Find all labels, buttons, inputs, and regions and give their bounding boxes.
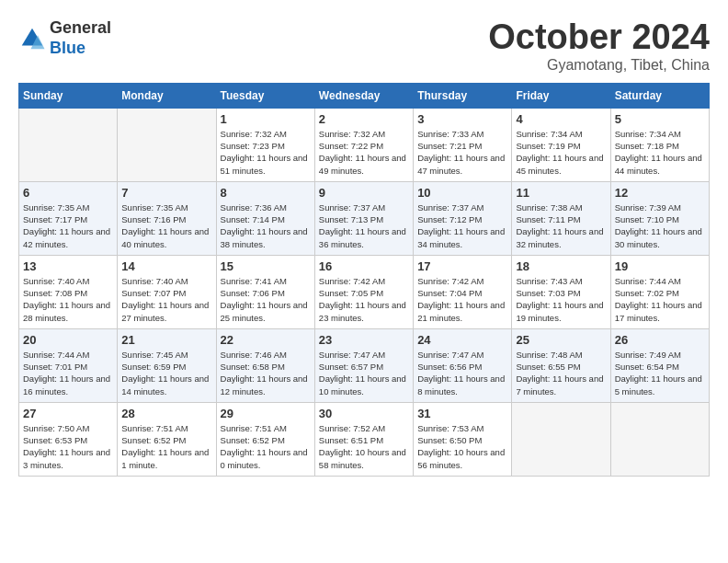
- calendar-cell: 17Sunrise: 7:42 AMSunset: 7:04 PMDayligh…: [414, 255, 512, 328]
- calendar-cell: 26Sunrise: 7:49 AMSunset: 6:54 PMDayligh…: [610, 328, 709, 402]
- day-number: 7: [121, 186, 211, 200]
- weekday-header-wednesday: Wednesday: [314, 83, 413, 108]
- day-detail: Sunrise: 7:44 AMSunset: 7:01 PMDaylight:…: [23, 349, 113, 397]
- calendar-cell: 25Sunrise: 7:48 AMSunset: 6:55 PMDayligh…: [512, 328, 610, 402]
- day-number: 28: [121, 407, 211, 420]
- calendar-cell: [512, 402, 610, 476]
- weekday-header-row: SundayMondayTuesdayWednesdayThursdayFrid…: [19, 83, 710, 108]
- calendar-cell: 28Sunrise: 7:51 AMSunset: 6:52 PMDayligh…: [118, 402, 216, 476]
- calendar-cell: [19, 108, 118, 181]
- day-detail: Sunrise: 7:43 AMSunset: 7:03 PMDaylight:…: [516, 275, 606, 324]
- day-detail: Sunrise: 7:32 AMSunset: 7:23 PMDaylight:…: [221, 128, 311, 177]
- calendar-cell: 15Sunrise: 7:41 AMSunset: 7:06 PMDayligh…: [216, 255, 314, 328]
- logo-general-text: General: [50, 18, 111, 39]
- day-detail: Sunrise: 7:47 AMSunset: 6:56 PMDaylight:…: [417, 349, 507, 397]
- day-detail: Sunrise: 7:40 AMSunset: 7:08 PMDaylight:…: [23, 275, 113, 324]
- month-title: October 2024: [488, 18, 710, 57]
- day-detail: Sunrise: 7:37 AMSunset: 7:12 PMDaylight:…: [417, 201, 507, 250]
- day-number: 30: [319, 407, 409, 420]
- day-number: 5: [615, 112, 705, 126]
- calendar-cell: 8Sunrise: 7:36 AMSunset: 7:14 PMDaylight…: [216, 181, 314, 255]
- calendar-cell: 29Sunrise: 7:51 AMSunset: 6:52 PMDayligh…: [216, 402, 314, 476]
- calendar-cell: 18Sunrise: 7:43 AMSunset: 7:03 PMDayligh…: [512, 255, 610, 328]
- day-number: 11: [516, 186, 606, 200]
- day-detail: Sunrise: 7:48 AMSunset: 6:55 PMDaylight:…: [516, 349, 606, 397]
- day-detail: Sunrise: 7:44 AMSunset: 7:02 PMDaylight:…: [615, 275, 705, 324]
- calendar-cell: 27Sunrise: 7:50 AMSunset: 6:53 PMDayligh…: [19, 402, 118, 476]
- day-number: 24: [417, 333, 507, 347]
- page-header: General Blue October 2024 Gyamotang, Tib…: [18, 18, 710, 74]
- day-number: 14: [121, 259, 211, 273]
- day-number: 26: [615, 333, 705, 347]
- day-detail: Sunrise: 7:46 AMSunset: 6:58 PMDaylight:…: [221, 349, 311, 397]
- calendar-week-row: 6Sunrise: 7:35 AMSunset: 7:17 PMDaylight…: [19, 181, 710, 255]
- day-detail: Sunrise: 7:35 AMSunset: 7:16 PMDaylight:…: [121, 201, 211, 250]
- weekday-header-tuesday: Tuesday: [216, 83, 314, 108]
- day-number: 3: [417, 112, 507, 126]
- calendar-cell: 2Sunrise: 7:32 AMSunset: 7:22 PMDaylight…: [314, 108, 413, 181]
- calendar-cell: 20Sunrise: 7:44 AMSunset: 7:01 PMDayligh…: [19, 328, 118, 402]
- calendar-cell: 7Sunrise: 7:35 AMSunset: 7:16 PMDaylight…: [118, 181, 216, 255]
- location-subtitle: Gyamotang, Tibet, China: [488, 57, 710, 74]
- calendar-cell: 4Sunrise: 7:34 AMSunset: 7:19 PMDaylight…: [512, 108, 610, 181]
- calendar-cell: 14Sunrise: 7:40 AMSunset: 7:07 PMDayligh…: [118, 255, 216, 328]
- day-detail: Sunrise: 7:51 AMSunset: 6:52 PMDaylight:…: [221, 422, 311, 471]
- day-detail: Sunrise: 7:53 AMSunset: 6:50 PMDaylight:…: [417, 422, 507, 471]
- calendar-week-row: 20Sunrise: 7:44 AMSunset: 7:01 PMDayligh…: [19, 328, 710, 402]
- calendar-table: SundayMondayTuesdayWednesdayThursdayFrid…: [18, 83, 710, 477]
- calendar-week-row: 13Sunrise: 7:40 AMSunset: 7:08 PMDayligh…: [19, 255, 710, 328]
- day-detail: Sunrise: 7:36 AMSunset: 7:14 PMDaylight:…: [221, 201, 311, 250]
- day-number: 20: [23, 333, 113, 347]
- day-number: 1: [221, 112, 311, 126]
- day-number: 12: [615, 186, 705, 200]
- day-detail: Sunrise: 7:34 AMSunset: 7:18 PMDaylight:…: [615, 128, 705, 177]
- day-detail: Sunrise: 7:42 AMSunset: 7:05 PMDaylight:…: [319, 275, 409, 324]
- day-detail: Sunrise: 7:51 AMSunset: 6:52 PMDaylight:…: [121, 422, 211, 471]
- calendar-cell: 24Sunrise: 7:47 AMSunset: 6:56 PMDayligh…: [414, 328, 512, 402]
- calendar-cell: 13Sunrise: 7:40 AMSunset: 7:08 PMDayligh…: [19, 255, 118, 328]
- day-detail: Sunrise: 7:38 AMSunset: 7:11 PMDaylight:…: [516, 201, 606, 250]
- calendar-cell: 21Sunrise: 7:45 AMSunset: 6:59 PMDayligh…: [118, 328, 216, 402]
- day-number: 22: [221, 333, 311, 347]
- day-number: 29: [221, 407, 311, 420]
- day-detail: Sunrise: 7:50 AMSunset: 6:53 PMDaylight:…: [23, 422, 113, 471]
- day-detail: Sunrise: 7:42 AMSunset: 7:04 PMDaylight:…: [417, 275, 507, 324]
- calendar-cell: 16Sunrise: 7:42 AMSunset: 7:05 PMDayligh…: [314, 255, 413, 328]
- day-number: 27: [23, 407, 113, 420]
- calendar-cell: 3Sunrise: 7:33 AMSunset: 7:21 PMDaylight…: [414, 108, 512, 181]
- logo: General Blue: [18, 18, 111, 58]
- title-block: October 2024 Gyamotang, Tibet, China: [488, 18, 710, 74]
- day-number: 18: [516, 259, 606, 273]
- calendar-cell: 22Sunrise: 7:46 AMSunset: 6:58 PMDayligh…: [216, 328, 314, 402]
- calendar-week-row: 1Sunrise: 7:32 AMSunset: 7:23 PMDaylight…: [19, 108, 710, 181]
- day-number: 10: [417, 186, 507, 200]
- calendar-cell: 10Sunrise: 7:37 AMSunset: 7:12 PMDayligh…: [414, 181, 512, 255]
- calendar-week-row: 27Sunrise: 7:50 AMSunset: 6:53 PMDayligh…: [19, 402, 710, 476]
- day-number: 9: [319, 186, 409, 200]
- calendar-cell: 30Sunrise: 7:52 AMSunset: 6:51 PMDayligh…: [314, 402, 413, 476]
- day-number: 17: [417, 259, 507, 273]
- calendar-cell: 31Sunrise: 7:53 AMSunset: 6:50 PMDayligh…: [414, 402, 512, 476]
- day-number: 21: [121, 333, 211, 347]
- day-number: 23: [319, 333, 409, 347]
- weekday-header-sunday: Sunday: [19, 83, 118, 108]
- day-detail: Sunrise: 7:39 AMSunset: 7:10 PMDaylight:…: [615, 201, 705, 250]
- weekday-header-monday: Monday: [118, 83, 216, 108]
- calendar-cell: 12Sunrise: 7:39 AMSunset: 7:10 PMDayligh…: [610, 181, 709, 255]
- weekday-header-saturday: Saturday: [610, 83, 709, 108]
- day-number: 6: [23, 186, 113, 200]
- day-number: 15: [221, 259, 311, 273]
- calendar-body: 1Sunrise: 7:32 AMSunset: 7:23 PMDaylight…: [19, 108, 710, 476]
- day-detail: Sunrise: 7:47 AMSunset: 6:57 PMDaylight:…: [319, 349, 409, 397]
- weekday-header-friday: Friday: [512, 83, 610, 108]
- day-number: 13: [23, 259, 113, 273]
- day-detail: Sunrise: 7:37 AMSunset: 7:13 PMDaylight:…: [319, 201, 409, 250]
- day-detail: Sunrise: 7:45 AMSunset: 6:59 PMDaylight:…: [121, 349, 211, 397]
- logo-icon: [18, 25, 46, 52]
- day-detail: Sunrise: 7:33 AMSunset: 7:21 PMDaylight:…: [417, 128, 507, 177]
- day-detail: Sunrise: 7:40 AMSunset: 7:07 PMDaylight:…: [121, 275, 211, 324]
- weekday-header-thursday: Thursday: [414, 83, 512, 108]
- calendar-cell: [118, 108, 216, 181]
- day-detail: Sunrise: 7:41 AMSunset: 7:06 PMDaylight:…: [221, 275, 311, 324]
- day-number: 31: [417, 407, 507, 420]
